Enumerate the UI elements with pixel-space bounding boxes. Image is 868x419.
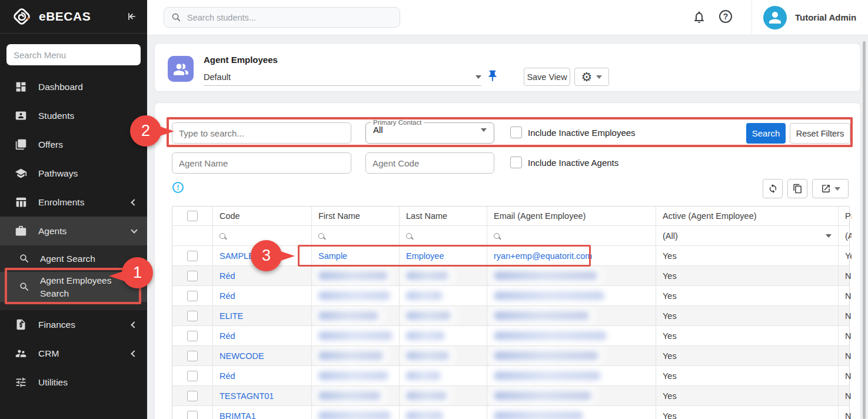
avatar[interactable] [763, 6, 787, 29]
step-badge-3: 3 [251, 240, 282, 271]
active-cell: Yes [656, 306, 839, 325]
agent-code-link[interactable]: BRIMTA1 [220, 411, 256, 419]
students-icon [15, 109, 27, 122]
select-all-checkbox[interactable] [187, 211, 198, 221]
column-header-pr[interactable]: Pr [839, 207, 852, 225]
active-cell: Yes [656, 266, 839, 285]
row-checkbox[interactable] [187, 251, 198, 261]
column-filter-input[interactable] [400, 226, 487, 245]
sidebar-item-label: Dashboard [38, 81, 137, 92]
include-inactive-agents-checkbox[interactable] [510, 157, 522, 168]
search-button[interactable]: Search [746, 123, 786, 144]
column-header-active-agent-employee-[interactable]: Active (Agent Employee) [656, 207, 839, 225]
refresh-button[interactable] [763, 179, 783, 198]
column-header-code[interactable]: Code [213, 207, 312, 225]
row-checkbox[interactable] [187, 311, 198, 321]
gear-icon: ⚙ [581, 71, 593, 83]
primary-cell: N [839, 346, 852, 365]
row-checkbox[interactable] [187, 391, 198, 401]
sidebar-header: eBECAS [0, 0, 147, 34]
sidebar-item-label: Finances [38, 319, 132, 330]
copy-button[interactable] [787, 179, 807, 198]
primary-contact-select[interactable]: Primary Contact All [365, 119, 494, 144]
email-link[interactable]: ryan+emp@equatorit.com [494, 251, 592, 261]
primary-cell: N [839, 366, 852, 385]
primary-cell: N [839, 386, 852, 405]
agent-code-link[interactable]: ELITE [220, 311, 243, 321]
sidebar-item-dashboard[interactable]: Dashboard [0, 72, 147, 101]
save-view-button[interactable]: Save View [524, 68, 570, 86]
sidebar-item-enrolments[interactable]: Enrolments [0, 188, 147, 217]
active-filter-select[interactable]: (All) [656, 226, 839, 245]
row-checkbox[interactable] [187, 291, 198, 301]
help-icon[interactable]: ? [719, 10, 732, 23]
sidebar-item-students[interactable]: Students [0, 101, 147, 130]
refresh-icon [768, 184, 778, 194]
agent-code-link[interactable]: Réd [220, 331, 235, 341]
table-row: RédYesN [172, 326, 849, 346]
sidebar-item-agents[interactable]: Agents [0, 217, 147, 245]
sidebar-item-label: Utilities [38, 377, 137, 388]
primary-filter-select[interactable]: (A [839, 226, 852, 245]
agent-code-link[interactable]: Réd [220, 291, 235, 301]
redacted-email-blur [494, 411, 583, 419]
chevron-down-icon [481, 128, 487, 132]
agent-code-link[interactable]: NEWCODE [220, 351, 264, 361]
notifications-bell-icon[interactable] [692, 10, 706, 24]
redacted-first-blur [318, 331, 393, 340]
view-settings-button[interactable]: ⚙ [574, 68, 609, 86]
sidebar-item-utilities[interactable]: Utilities [0, 368, 147, 397]
sidebar-item-crm[interactable]: CRM [0, 339, 147, 368]
redacted-last-blur [406, 371, 441, 380]
column-header-last-name[interactable]: Last Name [400, 207, 487, 225]
include-inactive-employees-checkbox[interactable] [510, 127, 522, 138]
sidebar-item-pathways[interactable]: Pathways [0, 159, 147, 188]
column-header-first-name[interactable]: First Name [312, 207, 400, 225]
collapse-sidebar-icon[interactable] [126, 11, 138, 22]
row-checkbox[interactable] [187, 371, 198, 381]
column-header-email-agent-employee-[interactable]: Email (Agent Employee) [487, 207, 656, 225]
vertical-scrollbar[interactable] [863, 41, 866, 419]
agent-code-input[interactable] [365, 152, 494, 174]
grid-header-row: CodeFirst NameLast NameEmail (Agent Empl… [172, 207, 849, 226]
active-cell: Yes [656, 286, 839, 305]
row-checkbox[interactable] [187, 411, 198, 419]
reset-filters-button[interactable]: Reset Filters [790, 123, 850, 144]
export-button[interactable] [812, 179, 849, 198]
first-name-link[interactable]: Sample [318, 251, 347, 261]
row-checkbox[interactable] [187, 331, 198, 341]
agent-code-link[interactable]: Réd [220, 371, 235, 381]
topbar-divider [751, 0, 752, 35]
agent-name-input[interactable] [172, 152, 351, 174]
sidebar-item-finances[interactable]: Finances [0, 310, 147, 339]
row-checkbox[interactable] [187, 271, 198, 281]
pin-view-icon[interactable] [486, 69, 499, 82]
row-checkbox[interactable] [187, 351, 198, 361]
agent-employees-grid: CodeFirst NameLast NameEmail (Agent Empl… [172, 206, 850, 419]
active-cell: Yes [656, 346, 839, 365]
chevron-left-icon [131, 321, 137, 328]
info-icon[interactable]: ! [172, 182, 184, 193]
search-icon [220, 233, 225, 239]
type-to-search-input[interactable] [172, 122, 351, 144]
topbar: ? Tutorial Admin [147, 0, 868, 35]
sidebar-search [6, 44, 141, 65]
table-row: BRIMTA1YesN [172, 406, 849, 419]
sidebar-item-offers[interactable]: Offers [0, 130, 147, 159]
export-icon [821, 184, 831, 194]
search-icon [19, 281, 30, 292]
last-name-link[interactable]: Employee [406, 251, 444, 261]
redacted-first-blur [318, 351, 383, 360]
agent-code-link[interactable]: Réd [220, 271, 235, 281]
user-name[interactable]: Tutorial Admin [795, 12, 856, 22]
column-filter-input[interactable] [487, 226, 656, 245]
redacted-email-blur [494, 391, 591, 400]
sidebar-search-input[interactable] [6, 44, 141, 65]
student-search-input[interactable] [187, 13, 393, 22]
student-search [164, 7, 400, 28]
agent-employees-icon [168, 56, 194, 82]
agent-code-link[interactable]: TESTAGNT01 [220, 391, 274, 401]
sidebar-item-label: Offers [38, 139, 137, 150]
view-select[interactable]: Default [204, 68, 481, 86]
column-filter-input[interactable] [312, 226, 400, 245]
